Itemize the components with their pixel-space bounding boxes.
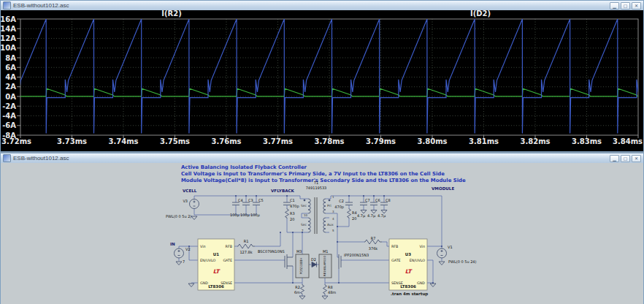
schematic-text: Aux <box>327 223 334 227</box>
waveform-plot-area[interactable]: 3.72ms3.73ms3.74ms3.75ms3.76ms3.77ms3.78… <box>1 10 643 151</box>
schematic-svg[interactable]: Active Balancing Isolated Flyback Contro… <box>1 163 644 304</box>
schematic-text: BSC079N10NS <box>258 249 285 254</box>
mosfet-BSC079N10NS <box>285 254 293 269</box>
schematic-text: 376k <box>369 246 378 251</box>
waveform-window-title: ESB-without1012.asc <box>13 2 69 9</box>
y-tick-label: 6A <box>5 64 16 72</box>
x-tick-label: 3.80ms <box>417 137 447 145</box>
legend-I(D2)[interactable]: I(D2) <box>470 10 491 18</box>
schematic-text: IN <box>170 242 175 246</box>
schematic-text: R4 <box>352 210 357 215</box>
schematic-text: EN/UVLO <box>200 259 216 262</box>
y-tick-label: 0A <box>5 93 16 101</box>
schematic-text: U1 <box>213 252 219 256</box>
x-tick-label: 3.77ms <box>263 137 293 145</box>
ltspice-mdi-workspace: ESB-without1012.asc ▁ ▢ ✕ 3.72ms3.73ms3.… <box>0 0 644 304</box>
schematic-text: C4 <box>238 198 243 202</box>
legend-I(R2)[interactable]: I(R2) <box>161 10 182 18</box>
y-tick-label: -6A <box>2 121 16 129</box>
diode-D2 <box>312 262 317 267</box>
schematic-text: Pri <box>327 204 331 208</box>
schematic-text: T1 <box>313 180 318 185</box>
schematic-text: Vin <box>200 245 206 248</box>
waveform-window-titlebar[interactable]: ESB-without1012.asc ▁ ▢ ✕ <box>1 1 643 11</box>
schematic-text: 6m <box>294 290 300 294</box>
schematic-text: VFLYBACK <box>271 189 295 193</box>
mosfet-M1-IPP200N15N3 <box>339 254 341 269</box>
schematic-text: C2 <box>339 199 344 203</box>
schematic-text: R3 <box>290 211 295 216</box>
schematic-text: V3 <box>183 199 188 203</box>
x-tick-label: 3.81ms <box>469 137 499 145</box>
schematic-text: C3 <box>248 198 253 202</box>
schematic-text: Vin <box>419 245 425 248</box>
minimize-button[interactable]: ▁ <box>610 155 619 162</box>
x-tick-label: 3.73ms <box>57 137 87 145</box>
schematic-text: Sec <box>301 223 307 227</box>
schematic-text: V2 <box>185 247 191 251</box>
schematic-text: C7 <box>365 198 370 202</box>
x-tick-label: 3.82ms <box>520 137 550 145</box>
schematic-text: RFB <box>226 245 232 248</box>
schematic-text: GATE <box>223 259 232 262</box>
schematic-text: 127.8k <box>239 250 252 254</box>
x-tick-label: 3.79ms <box>366 137 396 145</box>
voltage-source-V2 <box>175 248 184 258</box>
schematic-text: 7 <box>302 229 304 232</box>
schematic-window-titlebar[interactable]: ESB-without1012.asc ▁ ▢ ✕ <box>1 153 643 164</box>
restore-button[interactable]: ▢ <box>621 155 630 162</box>
close-button[interactable]: ✕ <box>632 2 641 10</box>
schematic-text: 7 <box>183 259 185 264</box>
schematic-text: LT8306 <box>400 284 416 289</box>
schematic-text: GATE <box>391 259 401 262</box>
schematic-window-title: ESB-without1012.asc <box>13 155 69 162</box>
schematic-text: U3 <box>405 252 411 256</box>
waveform-window-icon <box>3 1 11 10</box>
schematic-text: C8 <box>386 198 391 202</box>
schematic-text: 3 <box>332 210 334 213</box>
schematic-text: 749119533 <box>306 186 327 190</box>
schematic-text: GND <box>417 281 425 285</box>
schematic-text: 470p <box>290 204 299 209</box>
minimize-button[interactable]: ▁ <box>610 2 619 10</box>
plot-background <box>1 10 643 151</box>
schematic-text: V1 <box>448 245 453 249</box>
close-button[interactable]: ✕ <box>632 155 641 162</box>
waveform-plot-svg[interactable]: 3.72ms3.73ms3.74ms3.75ms3.76ms3.77ms3.78… <box>1 10 643 151</box>
schematic-text: D2 <box>311 257 316 262</box>
schematic-text: IPP200N15N3 <box>344 253 369 257</box>
schematic-text: 4.7µ <box>357 213 366 218</box>
x-tick-label: 3.76ms <box>211 137 241 145</box>
schematic-text: PWL(0 0 5u 2) <box>166 214 191 218</box>
schematic-text: 48m <box>328 290 336 294</box>
schematic-text: R8 <box>328 285 333 289</box>
schematic-text: 100µ <box>230 213 240 218</box>
schematic-text: 4.7µ <box>377 213 386 218</box>
schematic-window-icon <box>3 154 11 162</box>
x-tick-label: 3.84ms <box>613 137 643 145</box>
schematic-canvas[interactable]: Active Balancing Isolated Flyback Contro… <box>1 163 643 304</box>
schematic-text: PWL(0 0 5u 24) <box>448 259 477 264</box>
schematic-text: C5 <box>258 198 264 202</box>
schematic-text: C6 <box>375 198 380 202</box>
schematic-text: LT8306 <box>208 284 224 289</box>
schematic-text: R1 <box>244 239 249 243</box>
schematic-text: 20 <box>352 216 356 221</box>
y-tick-label: 4A <box>5 73 16 81</box>
y-tick-label: 2A <box>5 83 16 91</box>
schematic-text: M3 <box>296 249 302 254</box>
y-tick-label: -4A <box>2 112 16 120</box>
restore-button[interactable]: ▢ <box>621 2 630 10</box>
schematic-text: EN/UVLO <box>410 259 426 262</box>
schematic-text: 10 <box>304 213 308 217</box>
schematic-text: RB168LAM150 <box>323 256 326 276</box>
schematic-text: VCELL <box>183 189 197 193</box>
schematic-text: Cell Voltage is Input to Transformer's P… <box>181 171 445 177</box>
schematic-text: 100µ <box>250 213 261 218</box>
x-tick-label: 3.74ms <box>108 137 138 145</box>
schematic-text: M1 <box>323 249 329 254</box>
schematic-text: 5 <box>332 229 334 232</box>
schematic-window: ESB-without1012.asc ▁ ▢ ✕ <box>0 153 644 304</box>
y-tick-label: 8A <box>5 54 16 62</box>
y-tick-label: 10A <box>1 44 16 52</box>
